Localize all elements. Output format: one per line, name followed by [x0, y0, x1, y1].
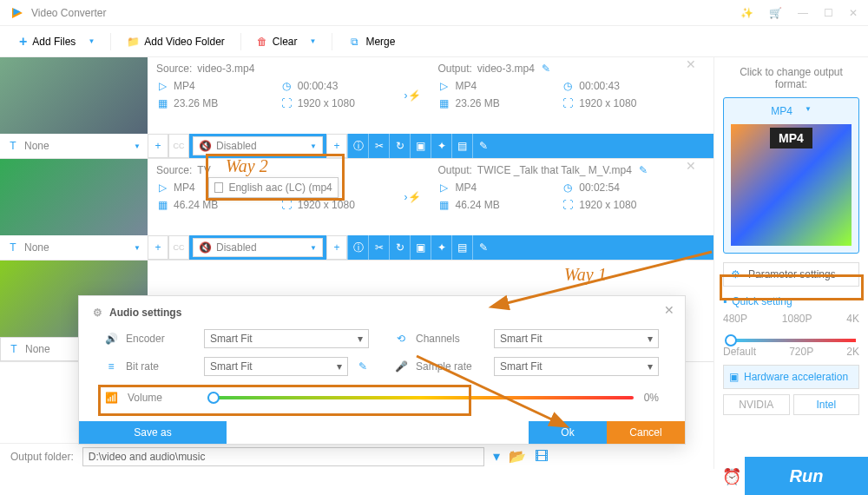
source-label: Source:	[156, 63, 192, 75]
output-folder-input[interactable]: D:\video and audio\music	[82, 447, 484, 466]
cut-icon[interactable]: ✂	[368, 134, 389, 158]
close-icon[interactable]: ✕	[849, 7, 858, 19]
gear-icon: ⚙	[93, 307, 102, 319]
speaker-icon: 🔊	[105, 333, 117, 345]
watermark-icon[interactable]: ▤	[451, 134, 472, 158]
add-audio-button[interactable]: +	[326, 134, 347, 158]
channels-label: Channels	[416, 333, 485, 345]
parameter-settings-button[interactable]: ⚙Parameter settings	[723, 262, 859, 287]
output-format-card[interactable]: MP4▼ MP4	[723, 97, 859, 254]
cut-icon[interactable]: ✂	[368, 235, 389, 260]
remove-item-icon[interactable]: ✕	[677, 159, 705, 235]
add-audio-button[interactable]: +	[326, 235, 347, 260]
clock-icon: ◷	[280, 80, 293, 92]
alarm-icon[interactable]: ⏰	[722, 467, 741, 486]
size-icon: ▦	[156, 97, 168, 109]
play-icon: ▷	[156, 80, 168, 92]
clear-button[interactable]: 🗑Clear▼	[245, 32, 329, 51]
audio-select[interactable]: 🔇Disabled▼	[193, 136, 323, 155]
enhance-icon[interactable]: ✎	[472, 235, 493, 260]
duration-text: 00:00:43	[579, 80, 620, 92]
maximize-icon[interactable]: ☐	[824, 7, 833, 19]
add-folder-button[interactable]: 📁Add Video Folder	[115, 32, 237, 51]
cc-button[interactable]: CC	[168, 134, 189, 158]
trash-icon: 🗑	[257, 36, 267, 48]
samplerate-select[interactable]: Smart Fit▾	[494, 357, 659, 376]
quality-slider[interactable]	[727, 339, 856, 342]
main-toolbar: +Add Files▼ 📁Add Video Folder 🗑Clear▼ ⧉M…	[0, 26, 868, 57]
format-text: MP4	[174, 182, 195, 194]
edit-icon[interactable]: ✎	[540, 63, 552, 75]
video-thumbnail[interactable]	[0, 57, 148, 134]
size-text: 23.26 MB	[174, 97, 218, 109]
cart-icon[interactable]: 🛒	[769, 7, 782, 19]
volume-label: Volume	[128, 392, 197, 404]
rotate-icon[interactable]: ↻	[389, 134, 410, 158]
volume-value: 0%	[644, 392, 659, 404]
magic-icon[interactable]: ✨	[740, 7, 753, 19]
dialog-close-icon[interactable]: ✕	[664, 303, 674, 317]
titlebar: Video Converter ✨ 🛒 — ☐ ✕	[0, 0, 868, 26]
volume-slider[interactable]	[207, 396, 634, 399]
hardware-accel-button[interactable]: ▣Hardware acceleration	[723, 365, 859, 389]
open-folder-icon[interactable]: 📂	[509, 448, 526, 465]
output-folder-path: D:\video and audio\music	[89, 451, 206, 463]
size-text: 46.24 MB	[174, 199, 218, 211]
side-panel: Click to change output format: MP4▼ MP4 …	[713, 57, 868, 469]
merge-label: Merge	[365, 36, 395, 48]
chevron-down-icon[interactable]: ▾	[493, 448, 500, 465]
audio-value: Disabled	[216, 140, 257, 152]
channels-icon: ⟲	[395, 333, 407, 345]
source-label: Source:	[156, 164, 192, 176]
channels-select[interactable]: Smart Fit▾	[494, 329, 659, 348]
intel-button[interactable]: Intel	[793, 394, 860, 415]
save-as-button[interactable]: Save as	[79, 421, 227, 444]
nvidia-button[interactable]: NVIDIA	[723, 394, 790, 415]
ok-button[interactable]: Ok	[529, 421, 607, 444]
output-name: TWICE _Talk that Talk_ M_V.mp4	[477, 164, 632, 176]
effects-icon[interactable]: ✦	[431, 134, 451, 158]
enhance-icon[interactable]: ✎	[472, 134, 493, 158]
samplerate-label: Sample rate	[416, 360, 485, 373]
watermark-icon[interactable]: ▤	[451, 235, 472, 260]
add-files-label: Add Files	[32, 36, 76, 48]
spacer	[227, 421, 529, 444]
cc-button[interactable]: CC	[168, 235, 189, 260]
add-subtitle-button[interactable]: +	[148, 235, 168, 260]
crop-icon[interactable]: ▣	[410, 134, 431, 158]
info-icon[interactable]: ⓘ	[347, 235, 368, 260]
minimize-icon[interactable]: —	[798, 7, 808, 19]
list-item: Source: TV ▷MP4 ◷00:02:54 ▦46.24 MB ⛶192…	[0, 159, 713, 261]
edit-bitrate-icon[interactable]: ✎	[357, 360, 369, 373]
cancel-button[interactable]: Cancel	[607, 421, 685, 444]
bitrate-select[interactable]: Smart Fit▾	[204, 357, 348, 376]
info-icon[interactable]: ⓘ	[347, 134, 368, 158]
video-thumbnail[interactable]	[0, 159, 148, 235]
checkbox-icon[interactable]	[214, 182, 223, 193]
folder-icon: 📁	[127, 36, 139, 48]
crop-icon[interactable]: ▣	[410, 235, 431, 260]
merge-button[interactable]: ⧉Merge	[336, 32, 407, 51]
subtitle-select[interactable]: TNone▼	[0, 235, 148, 260]
size-text: 23.26 MB	[456, 97, 500, 109]
remove-item-icon[interactable]: ✕	[677, 57, 705, 134]
q-default: Default	[723, 346, 756, 358]
add-files-button[interactable]: +Add Files▼	[7, 30, 107, 53]
list-item: Source: video-3.mp4 ▷MP4 ◷00:00:43 ▦23.2…	[0, 57, 713, 159]
q-4k: 4K	[846, 313, 859, 325]
audio-select[interactable]: 🔇Disabled▼	[193, 238, 323, 257]
add-subtitle-button[interactable]: +	[148, 134, 168, 158]
encoder-select[interactable]: Smart Fit▾	[204, 329, 369, 348]
output-label: Output:	[438, 164, 472, 176]
run-button[interactable]: Run	[745, 457, 868, 495]
effects-icon[interactable]: ✦	[431, 235, 451, 260]
film-icon[interactable]: 🎞	[535, 449, 549, 465]
clear-label: Clear	[273, 36, 298, 48]
rotate-icon[interactable]: ↻	[389, 235, 410, 260]
bitrate-label: Bit rate	[126, 360, 195, 373]
subtitle-select[interactable]: TNone▼	[0, 134, 148, 158]
format-hint: Click to change output format:	[723, 66, 859, 90]
edit-icon[interactable]: ✎	[637, 164, 649, 176]
audio-value: Disabled	[216, 241, 257, 254]
audio-option-popup[interactable]: English aac (LC) (mp4a / 0	[208, 177, 339, 198]
